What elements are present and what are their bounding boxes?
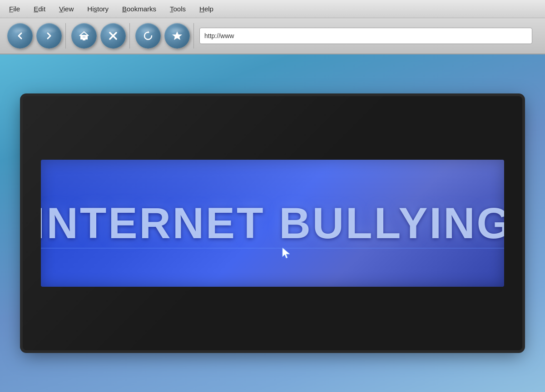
action-group (71, 23, 130, 49)
svg-marker-3 (172, 31, 182, 40)
banner-text: INTERNET BULLYING (41, 198, 504, 248)
refresh-bookmark-group (135, 23, 194, 49)
stop-button[interactable] (100, 23, 126, 49)
menu-tools[interactable]: Tools (170, 5, 186, 13)
menu-bookmarks[interactable]: Bookmarks (122, 5, 156, 13)
menubar: File Edit View History Bookmarks Tools H… (0, 0, 545, 18)
content-area: INTERNET BULLYING (0, 54, 545, 392)
mouse-cursor-icon (282, 247, 291, 260)
menu-edit[interactable]: Edit (34, 5, 45, 13)
banner: INTERNET BULLYING (41, 160, 504, 287)
address-input[interactable] (204, 32, 527, 39)
home-button[interactable] (71, 23, 97, 49)
menu-view[interactable]: View (59, 5, 74, 13)
address-bar-container (199, 28, 532, 44)
nav-group (7, 23, 66, 49)
monitor-frame: INTERNET BULLYING (23, 96, 522, 350)
toolbar (0, 18, 545, 54)
svg-rect-0 (83, 37, 85, 40)
bookmark-button[interactable] (164, 23, 190, 49)
menu-file[interactable]: File (9, 5, 20, 13)
forward-button[interactable] (36, 23, 62, 49)
address-group (199, 28, 536, 44)
refresh-button[interactable] (135, 23, 161, 49)
menu-history[interactable]: History (87, 5, 109, 13)
svg-marker-4 (282, 248, 290, 258)
back-button[interactable] (7, 23, 33, 49)
menu-help[interactable]: Help (199, 5, 213, 13)
